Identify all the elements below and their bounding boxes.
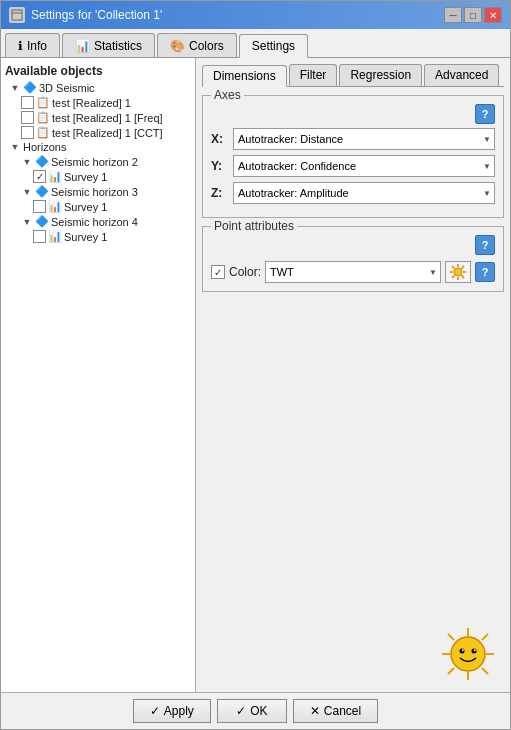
cancel-button[interactable]: ✕ Cancel [293,699,378,723]
svg-line-9 [462,266,465,269]
tab-info-label: Info [27,39,47,53]
tree-item-seismic-horizon-4[interactable]: ▼ 🔷 Seismic horizon 4 [5,214,191,229]
title-buttons: ─ □ ✕ [444,7,502,23]
title-bar-left: Settings for 'Collection 1' [9,7,162,23]
axes-title: Axes [211,88,244,102]
axis-row-z: Z: Autotracker: Amplitude Autotracker: D… [211,182,495,204]
tab-info[interactable]: ℹ Info [5,33,60,57]
label-horizons: Horizons [23,141,66,153]
icon-test-realized-cct: 📋 [36,126,50,139]
point-attr-title: Point attributes [211,219,297,233]
tree-item-test-realized-1[interactable]: 📋 test [Realized] 1 [5,95,191,110]
icon-test-realized-freq: 📋 [36,111,50,124]
svg-line-16 [482,668,488,674]
sub-tab-dimensions[interactable]: Dimensions [202,65,287,87]
colors-icon: 🎨 [170,39,185,53]
sub-tab-advanced[interactable]: Advanced [424,64,499,86]
label-survey-1-h3: Survey 1 [64,201,107,213]
window-title: Settings for 'Collection 1' [31,8,162,22]
minimize-button[interactable]: ─ [444,7,462,23]
icon-survey-h4: 📊 [48,230,62,243]
window-icon [9,7,25,23]
x-axis-select[interactable]: Autotracker: Distance Autotracker: Ampli… [233,128,495,150]
checkbox-survey-1-h4[interactable] [33,230,46,243]
tab-settings[interactable]: Settings [239,34,308,58]
sub-tab-regression-label: Regression [350,68,411,82]
icon-survey-h2: 📊 [48,170,62,183]
z-axis-select[interactable]: Autotracker: Amplitude Autotracker: Dist… [233,182,495,204]
right-spacer [202,300,504,626]
cancel-label: Cancel [324,704,361,718]
axis-row-y: Y: Autotracker: Confidence Autotracker: … [211,155,495,177]
tree-item-test-realized-1-cct[interactable]: 📋 test [Realized] 1 [CCT] [5,125,191,140]
svg-line-15 [448,634,454,640]
tree-item-survey-1-h4[interactable]: 📊 Survey 1 [5,229,191,244]
left-panel: Available objects ▼ 🔷 3D Seismic 📋 test … [1,58,196,692]
checkbox-test-realized-1[interactable] [21,96,34,109]
axes-fieldset: Axes ? X: Autotracker: Distance Autotrac… [202,95,504,218]
statistics-icon: 📊 [75,39,90,53]
icon-survey-h3: 📊 [48,200,62,213]
label-seismic-horizon-2: Seismic horizon 2 [51,156,138,168]
checkbox-survey-1-h3[interactable] [33,200,46,213]
info-icon: ℹ [18,39,23,53]
tree-item-3d-seismic[interactable]: ▼ 🔷 3D Seismic [5,80,191,95]
checkbox-test-realized-1-cct[interactable] [21,126,34,139]
tab-settings-label: Settings [252,39,295,53]
icon-seismic-4: 🔷 [35,215,49,228]
main-window: Settings for 'Collection 1' ─ □ ✕ ℹ Info… [0,0,511,730]
tab-colors[interactable]: 🎨 Colors [157,33,237,57]
tree-item-test-realized-1-freq[interactable]: 📋 test [Realized] 1 [Freq] [5,110,191,125]
tab-statistics[interactable]: 📊 Statistics [62,33,155,57]
icon-3d-seismic: 🔷 [23,81,37,94]
axes-help-button[interactable]: ? [475,104,495,124]
color-checkbox[interactable] [211,265,225,279]
tree-item-seismic-horizon-2[interactable]: ▼ 🔷 Seismic horizon 2 [5,154,191,169]
svg-line-7 [452,266,455,269]
svg-point-20 [460,649,465,654]
point-attr-color-row: Color: TWT Amplitude Confidence Distance [211,261,495,283]
close-button[interactable]: ✕ [484,7,502,23]
maximize-button[interactable]: □ [464,7,482,23]
svg-line-8 [462,276,465,279]
ok-label: OK [250,704,267,718]
label-survey-1-h4: Survey 1 [64,231,107,243]
svg-point-2 [454,268,462,276]
sub-tab-advanced-label: Advanced [435,68,488,82]
icon-seismic-3: 🔷 [35,185,49,198]
tree-item-survey-1-h2[interactable]: 📊 Survey 1 [5,169,191,184]
tab-colors-label: Colors [189,39,224,53]
tab-statistics-label: Statistics [94,39,142,53]
svg-point-19 [451,637,485,671]
svg-point-21 [472,649,477,654]
sub-tab-filter-label: Filter [300,68,327,82]
sub-tab-regression[interactable]: Regression [339,64,422,86]
color-select[interactable]: TWT Amplitude Confidence Distance [265,261,441,283]
checkbox-survey-1-h2[interactable] [33,170,46,183]
color-picker-button[interactable] [445,261,471,283]
point-attr-help-button[interactable]: ? [475,235,495,255]
checkbox-test-realized-1-freq[interactable] [21,111,34,124]
y-axis-select[interactable]: Autotracker: Confidence Autotracker: Amp… [233,155,495,177]
x-axis-select-wrapper: Autotracker: Distance Autotracker: Ampli… [233,128,495,150]
sub-tab-filter[interactable]: Filter [289,64,338,86]
apply-button[interactable]: ✓ Apply [133,699,211,723]
color-help-button[interactable]: ? [475,262,495,282]
y-axis-select-wrapper: Autotracker: Confidence Autotracker: Amp… [233,155,495,177]
icon-test-realized-1: 📋 [36,96,50,109]
bottom-buttons: ✓ Apply ✓ OK ✕ Cancel [1,692,510,729]
label-test-realized-1-cct: test [Realized] 1 [CCT] [52,127,163,139]
svg-rect-0 [12,10,22,20]
tree-item-seismic-horizon-3[interactable]: ▼ 🔷 Seismic horizon 3 [5,184,191,199]
svg-line-17 [482,634,488,640]
color-label: Color: [229,265,261,279]
arrow-horizons: ▼ [9,142,21,152]
axis-row-x: X: Autotracker: Distance Autotracker: Am… [211,128,495,150]
ok-button[interactable]: ✓ OK [217,699,287,723]
right-panel: Dimensions Filter Regression Advanced Ax… [196,58,510,692]
label-3d-seismic: 3D Seismic [39,82,95,94]
label-survey-1-h2: Survey 1 [64,171,107,183]
tree-item-horizons[interactable]: ▼ Horizons [5,140,191,154]
tree-item-survey-1-h3[interactable]: 📊 Survey 1 [5,199,191,214]
color-select-wrapper: TWT Amplitude Confidence Distance [265,261,441,283]
